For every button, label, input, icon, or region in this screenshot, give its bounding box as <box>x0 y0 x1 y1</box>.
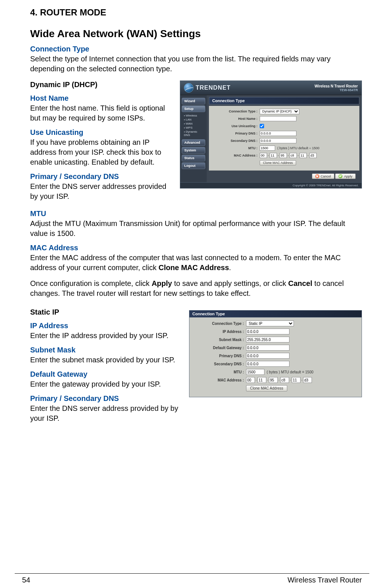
mac-address-heading: MAC Address <box>30 244 362 252</box>
label-secondary-dns: Secondary DNS : <box>212 139 260 143</box>
footer-title: Wireless Travel Router <box>288 576 362 584</box>
default-gateway-body: Enter the gateway provided by your ISP. <box>30 379 182 389</box>
input-mac-2[interactable] <box>280 153 287 158</box>
chapter-title: 4. ROUTER MODE <box>30 7 362 18</box>
panel-title: Connection Type <box>209 97 359 104</box>
select-connection-type[interactable]: Dynamic IP (DHCP) <box>260 109 299 114</box>
clone2-mac-button[interactable]: Clone MAC Address <box>246 385 287 391</box>
static-ip-heading: Static IP <box>30 308 182 316</box>
label-unicasting: Use Unicasting : <box>212 124 260 128</box>
input2-mac-3[interactable] <box>280 377 289 383</box>
static-dns-body: Enter the DNS server address provided by… <box>30 404 182 423</box>
label2-mask: Subnet Mask : <box>192 338 246 342</box>
section-title: Wide Area Network (WAN) Settings <box>30 28 362 40</box>
apply-paragraph: Once configuration is complete, click Ap… <box>30 279 362 298</box>
subnet-mask-heading: Subnet Mask <box>30 346 182 354</box>
cancel-icon <box>315 174 319 178</box>
dynamic-ip-heading: Dynamic IP (DHCP) <box>30 80 173 89</box>
static-dns-heading: Primary / Secondary DNS <box>30 394 182 403</box>
input-mac-1[interactable] <box>270 153 277 158</box>
nav-tab-status[interactable]: Status <box>182 155 205 161</box>
hint-mtu: ( bytes ) MTU default = 1500 <box>277 146 319 150</box>
unicasting-body: If you have problems obtaining an IP add… <box>30 137 173 167</box>
host-name-body: Enter the host name. This field is optio… <box>30 103 173 123</box>
input2-mtu[interactable] <box>246 369 264 375</box>
input-mtu[interactable] <box>260 146 275 151</box>
router-screenshot-dhcp: TRENDNET Wireless N Travel Router TEW-65… <box>180 80 362 189</box>
label-mtu: MTU : <box>212 146 260 150</box>
input2-secondary-dns[interactable] <box>246 361 289 367</box>
cancel-button[interactable]: Cancel <box>312 173 334 179</box>
select2-connection-type[interactable]: Static IP <box>246 320 294 326</box>
input-primary-dns[interactable] <box>260 131 296 136</box>
input2-mac-5[interactable] <box>303 377 312 383</box>
input-mac-5[interactable] <box>309 153 317 158</box>
mtu-body: Adjust the MTU (Maximum Transmission Uni… <box>30 219 362 239</box>
hint2-mtu: ( bytes ) MTU default = 1500 <box>267 370 313 374</box>
input2-mac-2[interactable] <box>269 377 278 383</box>
brand-label: TRENDNET <box>196 85 231 91</box>
nav-item-wps[interactable]: • WPS <box>180 126 207 130</box>
model-line1: Wireless N Travel Router <box>314 84 358 88</box>
ip-address-body: Enter the IP address provided by your IS… <box>30 331 182 341</box>
model-line2: TEW-654TR <box>314 88 358 92</box>
nav-item-wireless[interactable]: • Wireless <box>180 114 207 118</box>
input-mac-3[interactable] <box>289 153 297 158</box>
label2-mtu: MTU : <box>192 370 246 374</box>
nav-tab-system[interactable]: System <box>182 147 205 154</box>
dns-body: Enter the DNS server addresses provided … <box>30 182 173 201</box>
conn-type-body: Select the type of Internet connection t… <box>30 54 362 74</box>
ip-address-heading: IP Address <box>30 322 182 330</box>
nav-tab-advanced[interactable]: Advanced <box>182 139 205 146</box>
input2-mac-0[interactable] <box>246 377 255 383</box>
page-number: 54 <box>22 576 30 584</box>
apply-icon <box>338 174 342 178</box>
unicasting-heading: Use Unicasting <box>30 128 173 137</box>
input2-ip[interactable] <box>246 329 289 334</box>
label2-connection-type: Connection Type : <box>192 322 246 326</box>
input2-primary-dns[interactable] <box>246 353 289 359</box>
host-name-heading: Host Name <box>30 94 173 103</box>
panel-title-static: Connection Type <box>189 311 362 318</box>
copyright-label: Copyright © 2009 TRENDnet. All Rights Re… <box>180 182 362 188</box>
mac-address-body: Enter the MAC address of the computer th… <box>30 253 362 273</box>
input-host-name[interactable] <box>260 116 296 121</box>
dns-heading: Primary / Secondary DNS <box>30 172 173 181</box>
nav-item-ddns[interactable]: • Dynamic DNS <box>180 130 207 137</box>
label2-gw: Default Gateway : <box>192 346 246 350</box>
input2-mac-1[interactable] <box>257 377 266 383</box>
label-host-name: Host Name : <box>212 117 260 121</box>
default-gateway-heading: Default Gateway <box>30 370 182 379</box>
clone-mac-button[interactable]: Clone MAC Address <box>260 160 296 165</box>
apply-button[interactable]: Apply <box>335 173 356 179</box>
label2-mac: MAC Address : <box>192 378 246 382</box>
nav-tab-logout[interactable]: Logout <box>182 162 205 169</box>
nav-item-wan[interactable]: • WAN <box>180 122 207 126</box>
input-mac-0[interactable] <box>260 153 267 158</box>
nav-item-lan[interactable]: • LAN <box>180 118 207 122</box>
router-screenshot-static: Connection Type Connection Type : Static… <box>189 310 362 397</box>
input-mac-4[interactable] <box>299 153 307 158</box>
input2-mask[interactable] <box>246 337 289 343</box>
label-primary-dns: Primary DNS : <box>212 132 260 135</box>
input2-mac-4[interactable] <box>292 377 301 383</box>
label2-primary-dns: Primary DNS : <box>192 354 246 358</box>
input-secondary-dns[interactable] <box>260 138 296 143</box>
nav-tab-wizard[interactable]: Wizard <box>182 98 205 104</box>
label2-secondary-dns: Secondary DNS : <box>192 362 246 366</box>
label-connection-type: Connection Type : <box>212 110 260 113</box>
checkbox-unicasting[interactable] <box>260 124 264 128</box>
label2-ip: IP Address : <box>192 330 246 334</box>
nav-tab-setup[interactable]: Setup <box>182 105 205 112</box>
conn-type-heading: Connection Type <box>30 45 362 53</box>
mtu-heading: MTU <box>30 209 362 218</box>
input2-gw[interactable] <box>246 345 289 351</box>
logo-icon <box>184 83 193 93</box>
label-mac: MAC Address : <box>212 154 260 157</box>
subnet-mask-body: Enter the subnet mask provided by your I… <box>30 355 182 365</box>
